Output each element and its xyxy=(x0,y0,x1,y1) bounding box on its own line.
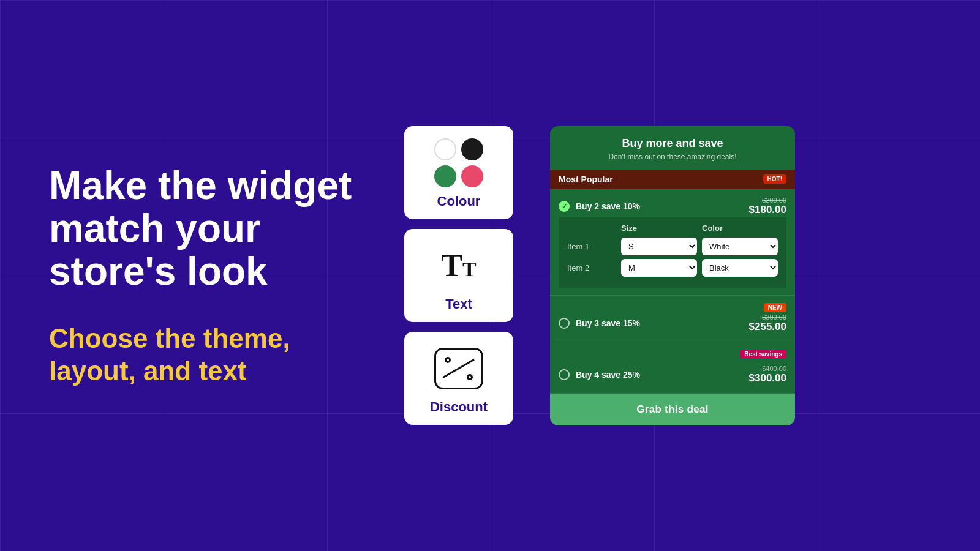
variant-headers: Size Color xyxy=(567,223,778,233)
variant-row-2: Item 2 S M L XL White Black Green xyxy=(567,259,778,277)
widget-section: Buy more and save Don't miss out on thes… xyxy=(550,126,795,425)
deal-2-original-price: $300.00 xyxy=(749,313,786,321)
most-popular-bar: Most Popular HOT! xyxy=(550,170,795,189)
widget-card: Buy more and save Don't miss out on thes… xyxy=(550,126,795,425)
radio-deal-3[interactable] xyxy=(559,369,570,380)
deal-2-price: $255.00 xyxy=(749,321,786,333)
main-headline: Make the widget match your store's look xyxy=(49,164,368,293)
left-section: Make the widget match your store's look … xyxy=(49,164,368,388)
discount-card-label: Discount xyxy=(430,399,488,415)
text-card-label: Text xyxy=(445,296,472,312)
discount-dot-bottom-right xyxy=(467,374,473,380)
deal-2-label: Buy 3 save 15% xyxy=(576,318,640,328)
deal-row-3-main: Buy 4 save 25% $400.00 $300.00 xyxy=(559,360,786,384)
page-content: Make the widget match your store's look … xyxy=(0,0,980,551)
deal-1-label: Buy 2 save 10% xyxy=(576,201,640,211)
sub-headline: Choose the theme, layout, and text xyxy=(49,323,368,388)
deal-1-price: $180.00 xyxy=(749,204,786,216)
deal-row-3-left: Buy 4 save 25% xyxy=(559,369,640,380)
variant-header-item xyxy=(567,223,616,233)
text-card-icon: TT xyxy=(441,241,476,290)
deal-row-2-left: Buy 3 save 15% xyxy=(559,318,640,329)
deal-row-1[interactable]: Buy 2 save 10% $200.00 $180.00 Size Colo… xyxy=(550,189,795,296)
radio-deal-2[interactable] xyxy=(559,318,570,329)
deal-3-original-price: $400.00 xyxy=(749,365,786,372)
best-savings-badge: Best savings xyxy=(740,350,786,359)
deal-3-prices: $400.00 $300.00 xyxy=(749,365,786,384)
colour-card[interactable]: Colour xyxy=(404,126,513,219)
deal-3-price: $300.00 xyxy=(749,372,786,384)
variant-item-1-color[interactable]: White Black Green xyxy=(702,238,778,255)
widget-title: Buy more and save xyxy=(562,137,783,150)
dot-black xyxy=(461,138,483,160)
new-badge: NEW xyxy=(764,303,786,312)
dot-white xyxy=(434,138,456,160)
variant-item-1-size[interactable]: S M L XL xyxy=(621,238,697,255)
dot-green xyxy=(434,165,456,187)
deal-row-1-left: Buy 2 save 10% xyxy=(559,201,640,212)
colour-dots xyxy=(434,138,483,187)
variant-item-2-label: Item 2 xyxy=(567,263,616,272)
variant-section: Size Color Item 1 S M L XL White xyxy=(559,217,786,288)
variant-item-2-color[interactable]: White Black Green xyxy=(702,259,778,277)
feature-cards-section: Colour TT Text Discount xyxy=(404,126,513,425)
grab-deal-button[interactable]: Grab this deal xyxy=(550,394,795,425)
most-popular-label: Most Popular xyxy=(559,174,613,184)
variant-row-1: Item 1 S M L XL White Black Green xyxy=(567,238,778,255)
deal-3-label: Buy 4 save 25% xyxy=(576,370,640,380)
deal-2-prices: $300.00 $255.00 xyxy=(749,313,786,333)
widget-subtitle: Don't miss out on these amazing deals! xyxy=(562,152,783,161)
radio-deal-1[interactable] xyxy=(559,201,570,212)
colour-card-icon xyxy=(434,138,483,187)
dot-pink xyxy=(461,165,483,187)
deal-1-prices: $200.00 $180.00 xyxy=(749,197,786,216)
variant-item-1-label: Item 1 xyxy=(567,242,616,251)
deal-1-original-price: $200.00 xyxy=(749,197,786,204)
deal-row-2[interactable]: NEW Buy 3 save 15% $300.00 $255.00 xyxy=(550,296,795,342)
discount-icon-box xyxy=(434,348,483,389)
deal-row-1-main: Buy 2 save 10% $200.00 $180.00 xyxy=(559,197,786,216)
hot-badge: HOT! xyxy=(763,174,786,184)
discount-dot-top-left xyxy=(445,357,451,363)
variant-item-2-size[interactable]: S M L XL xyxy=(621,259,697,277)
text-card[interactable]: TT Text xyxy=(404,229,513,322)
variant-header-size: Size xyxy=(621,223,697,233)
discount-card[interactable]: Discount xyxy=(404,332,513,425)
variant-header-color: Color xyxy=(702,223,778,233)
text-icon-large: TT xyxy=(441,250,476,282)
colour-card-label: Colour xyxy=(437,193,481,209)
deal-row-2-main: Buy 3 save 15% $300.00 $255.00 xyxy=(559,313,786,333)
widget-header: Buy more and save Don't miss out on thes… xyxy=(550,126,795,170)
discount-card-icon xyxy=(434,344,483,393)
deal-row-3[interactable]: Best savings Buy 4 save 25% $400.00 $300… xyxy=(550,342,795,394)
